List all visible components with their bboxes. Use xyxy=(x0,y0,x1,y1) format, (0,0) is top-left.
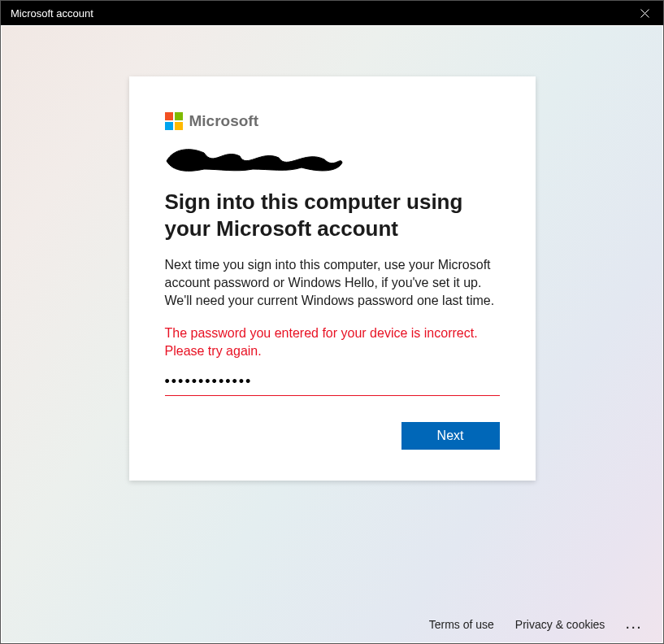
close-button[interactable] xyxy=(626,1,663,25)
terms-link[interactable]: Terms of use xyxy=(429,618,494,631)
action-row: Next xyxy=(165,422,500,450)
instruction-line2: We'll need your current Windows password… xyxy=(165,294,495,307)
signin-card: Microsoft Sign into this computer using … xyxy=(129,76,536,481)
error-message: The password you entered for your device… xyxy=(165,324,500,360)
titlebar: Microsoft account xyxy=(1,1,663,25)
privacy-link[interactable]: Privacy & cookies xyxy=(515,618,605,631)
password-input[interactable] xyxy=(165,372,500,396)
microsoft-wordmark: Microsoft xyxy=(189,112,259,130)
window-title: Microsoft account xyxy=(11,7,93,20)
modal-window: Microsoft account Microsoft Sign into th… xyxy=(0,0,664,644)
card-container: Microsoft Sign into this computer using … xyxy=(2,26,662,610)
next-button[interactable]: Next xyxy=(401,422,500,450)
instruction-line1: Next time you sign into this computer, u… xyxy=(165,258,491,289)
instruction-text: Next time you sign into this computer, u… xyxy=(165,256,500,310)
viewport: Microsoft Sign into this computer using … xyxy=(1,25,663,643)
microsoft-logo-icon xyxy=(165,112,183,130)
redacted-email xyxy=(165,145,344,174)
more-options-button[interactable]: ... xyxy=(626,618,648,631)
microsoft-brand: Microsoft xyxy=(165,112,500,130)
footer: Terms of use Privacy & cookies ... xyxy=(2,610,662,642)
close-icon xyxy=(640,9,649,18)
page-heading: Sign into this computer using your Micro… xyxy=(165,189,500,242)
